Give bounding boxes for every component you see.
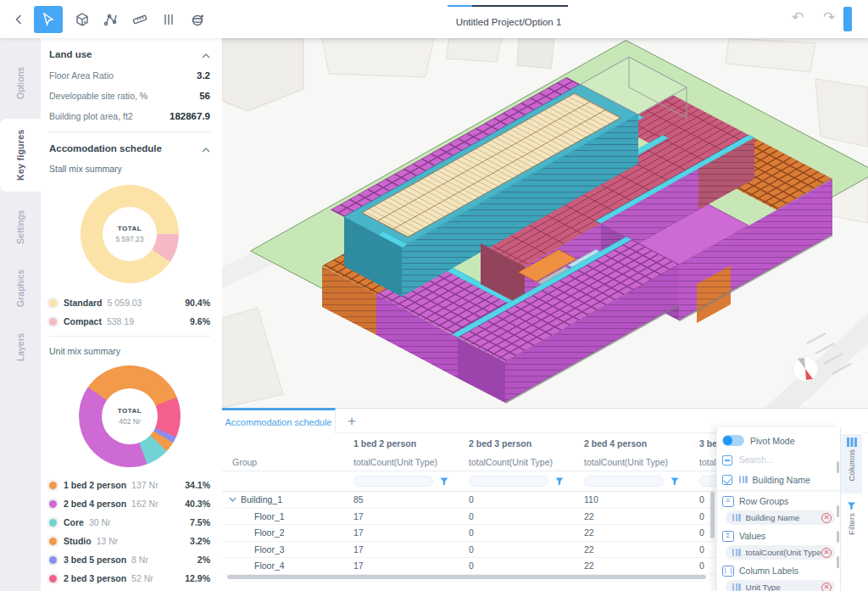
filter-funnel-icon[interactable]	[555, 477, 564, 486]
scroll-handle[interactable]	[837, 556, 839, 568]
column-group-header[interactable]: 2 bed 4 person	[574, 433, 689, 453]
compass[interactable]	[793, 356, 818, 382]
legend-name: Compact	[64, 316, 102, 326]
filter-cell[interactable]	[343, 471, 459, 491]
add-geometry-tool-button[interactable]	[183, 6, 212, 33]
legend-pct: 2%	[198, 555, 210, 565]
row-expand-chevron-icon[interactable]	[229, 497, 236, 502]
filter-funnel-icon[interactable]	[440, 477, 448, 486]
tool-strip-tab-columns[interactable]: Columns	[841, 434, 862, 493]
filter-cell-empty	[222, 471, 343, 491]
scroll-handle[interactable]	[837, 461, 839, 473]
stall-mix-donut-chart: TOTAL 5 597.23	[49, 185, 210, 283]
drag-grip-icon[interactable]	[732, 549, 741, 556]
value-cell: 0	[459, 492, 574, 508]
remove-chip-icon[interactable]: ✕	[821, 548, 832, 558]
add-tab-button[interactable]: +	[341, 410, 363, 432]
drag-grip-icon[interactable]	[732, 583, 741, 591]
redo-button[interactable]: ↷	[823, 10, 835, 25]
sidebar-tab-settings[interactable]: Settings	[0, 199, 41, 255]
value-column-header[interactable]: totalCount(Unit Type)	[574, 453, 689, 471]
key-figures-sidebar: Options Key figures Settings Graphics La…	[0, 38, 222, 591]
value-column-header[interactable]: totalCount(Unit Type)	[459, 453, 574, 471]
filter-funnel-icon[interactable]	[670, 477, 679, 486]
columns-grid-icon	[847, 438, 857, 447]
sidebar-tab-options[interactable]: Options	[0, 53, 41, 113]
pivot-tool-panel: Pivot Mode Search... Building Name ≡ Row…	[716, 427, 840, 591]
collapse-chevron-icon[interactable]	[202, 141, 210, 156]
legend-pct: 40.3%	[185, 499, 210, 509]
viewport-top-shadow	[222, 38, 868, 45]
remove-chip-icon[interactable]: ✕	[821, 513, 832, 523]
donut-total-label: TOTAL	[118, 407, 142, 415]
table-vertical-scrollbar[interactable]	[710, 492, 715, 575]
land-use-section-header[interactable]: Land use	[49, 43, 210, 65]
column-labels-chip[interactable]: Unit Type ✕	[726, 580, 835, 591]
filter-input[interactable]	[584, 476, 664, 487]
filter-cell[interactable]	[459, 471, 574, 491]
legend-dot	[49, 519, 57, 527]
measure-tool-button[interactable]	[125, 6, 154, 33]
legend-value: 5 059.03	[108, 298, 142, 308]
columns-tool-button[interactable]	[154, 6, 183, 33]
legend-dot	[49, 575, 57, 583]
field-item-row[interactable]: Building Name	[722, 470, 835, 489]
undo-button[interactable]: ↶	[792, 10, 804, 25]
pivot-mode-toggle[interactable]	[722, 435, 744, 446]
collapse-sidebar-button[interactable]	[10, 6, 27, 33]
scroll-handle[interactable]	[837, 505, 839, 517]
3d-viewport[interactable]	[222, 38, 868, 408]
row-groups-icon: ≡	[722, 496, 734, 507]
remove-chip-icon[interactable]: ✕	[821, 583, 832, 591]
value-cell: 17	[343, 558, 459, 574]
pivot-mode-label: Pivot Mode	[750, 436, 795, 446]
drag-grip-icon[interactable]	[732, 514, 741, 521]
3d-building-visualization	[222, 38, 868, 408]
value-cell: 0	[459, 525, 574, 541]
tool-strip-tab-filters[interactable]: Filters	[841, 502, 862, 553]
column-group-header[interactable]: 2 bed 3 person	[459, 433, 574, 453]
tab-accommodation-schedule[interactable]: Accommodation schedule	[222, 408, 336, 433]
accommodation-section-header[interactable]: Accomodation schedule	[49, 137, 210, 159]
filter-input[interactable]	[353, 476, 433, 487]
row-group-chip[interactable]: Building Name ✕	[726, 510, 835, 525]
polyline-tool-button[interactable]	[97, 6, 125, 33]
table-horizontal-scrollbar[interactable]	[227, 575, 712, 579]
legend-dot	[49, 299, 57, 307]
legend-dot	[49, 538, 57, 545]
group-column-header[interactable]: Group	[222, 453, 343, 471]
chip-label: Unit Type	[746, 583, 781, 591]
column-group-header[interactable]: 1 bed 2 person	[343, 433, 459, 453]
field-checkbox[interactable]	[722, 475, 732, 485]
sidebar-tab-graphics[interactable]: Graphics	[0, 260, 41, 316]
value-cell: 22	[574, 525, 689, 541]
value-column-header[interactable]: totalCount(Unit Type)	[343, 453, 459, 471]
sidebar-tab-key-figures[interactable]: Key figures	[0, 119, 41, 192]
chevron-left-icon	[15, 14, 22, 25]
scroll-handle[interactable]	[837, 531, 839, 543]
massing-tool-button[interactable]	[68, 6, 97, 33]
donut-total-value: 402 Nr	[119, 417, 141, 426]
legend-pct: 3.2%	[190, 536, 210, 546]
sidebar-tab-layers[interactable]: Layers	[0, 321, 41, 372]
filter-cell[interactable]	[574, 471, 689, 491]
value-cell: 17	[343, 525, 459, 541]
group-cell: Floor_1	[222, 509, 343, 525]
select-all-checkbox[interactable]	[722, 455, 732, 466]
accommodation-title: Accomodation schedule	[49, 143, 162, 153]
legend-name: Standard	[64, 298, 103, 308]
filter-input[interactable]	[469, 476, 548, 487]
legend-pct: 90.4%	[185, 298, 210, 308]
drag-grip-icon[interactable]	[739, 476, 748, 483]
field-search-input[interactable]: Search...	[739, 455, 773, 465]
values-chip[interactable]: totalCount(Unit Type) ✕	[726, 545, 835, 560]
collapse-chevron-icon[interactable]	[202, 47, 210, 62]
unit-mix-label: Unit mix summary	[49, 342, 210, 360]
key-figure-value: 56	[199, 91, 210, 101]
application-window: Untitled Project/Option 1 ↶ ↷ Options Ke…	[0, 0, 868, 591]
key-figures-panel: Land use Floor Area Ratio 3.2 Developabl…	[41, 38, 222, 591]
legend-name: 2 bed 3 person	[64, 573, 126, 583]
globe-plus-icon	[190, 12, 205, 27]
select-tool-button[interactable]	[34, 6, 63, 33]
panel-toggle-chip[interactable]	[843, 7, 852, 31]
